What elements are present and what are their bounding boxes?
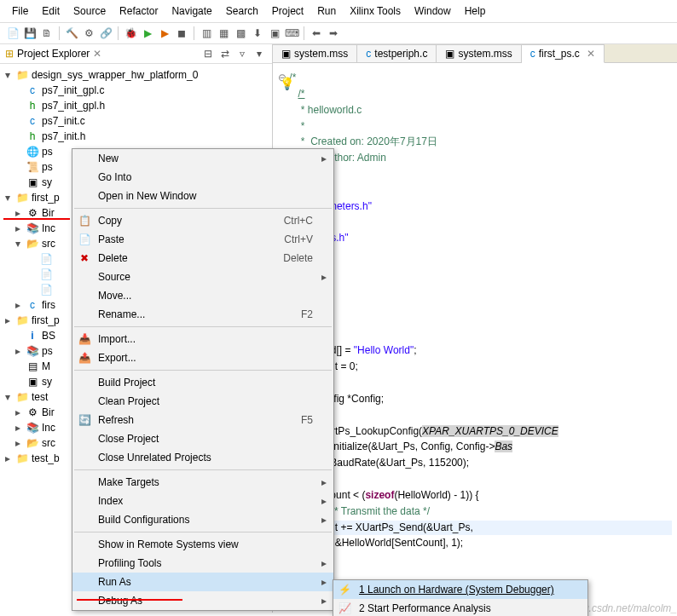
new-icon[interactable]: 📄 xyxy=(5,26,20,41)
menu-import-[interactable]: 📥Import... xyxy=(72,330,333,348)
stop-icon[interactable]: ◼ xyxy=(174,26,189,41)
menubar: File Edit Source Refactor Navigate Searc… xyxy=(0,0,677,23)
tree-item[interactable]: cps7_init_gpl.c xyxy=(0,83,272,98)
board-icon[interactable]: ▦ xyxy=(216,26,231,41)
back-icon[interactable]: ⬅ xyxy=(309,26,324,41)
context-menu[interactable]: New▸Go IntoOpen in New Window📋CopyCtrl+C… xyxy=(72,148,334,611)
menu-copy[interactable]: 📋CopyCtrl+C xyxy=(72,211,333,230)
menu-paste[interactable]: 📄PasteCtrl+V xyxy=(72,230,333,249)
menu-search[interactable]: Search xyxy=(221,3,263,19)
console-icon[interactable]: ▣ xyxy=(267,26,282,41)
forward-icon[interactable]: ➡ xyxy=(326,26,341,41)
chip-icon[interactable]: ▥ xyxy=(199,26,214,41)
menu-rename-[interactable]: Rename...F2 xyxy=(72,305,333,324)
menu-index[interactable]: Index▸ xyxy=(72,492,333,510)
toolbar: 📄 💾 🗎 🔨 ⚙ 🔗 🐞 ▶ ▶ ◼ ▥ ▦ ▩ ⬇ ▣ ⌨ ⬅ ➡ xyxy=(0,23,677,44)
tree-item[interactable]: hps7_init.h xyxy=(0,129,272,144)
menu-close-project[interactable]: Close Project xyxy=(72,429,333,448)
tree-item[interactable]: cps7_init.c xyxy=(0,113,272,129)
menu-new[interactable]: New▸ xyxy=(72,149,333,168)
terminal-icon[interactable]: ⌨ xyxy=(284,26,299,41)
file-icon: c xyxy=(366,48,371,60)
build-icon[interactable]: 🔨 xyxy=(64,26,79,41)
save-all-icon[interactable]: 🗎 xyxy=(39,26,55,41)
file-icon: c xyxy=(530,48,535,60)
run-as-submenu[interactable]: ⚡1 Launch on Hardware (System Debugger)📈… xyxy=(333,579,588,616)
menu-close-unrelated-projects[interactable]: Close Unrelated Projects xyxy=(72,448,333,467)
menu-refresh[interactable]: 🔄RefreshF5 xyxy=(72,411,333,429)
annotation-underline xyxy=(3,218,70,220)
tab-system-mss-2[interactable]: ▣system.mss xyxy=(437,44,521,62)
filter-icon[interactable]: ▿ xyxy=(234,47,250,60)
menu-delete[interactable]: ✖DeleteDelete xyxy=(72,249,333,268)
menu-edit[interactable]: Edit xyxy=(37,3,65,19)
tabbar: ▣system.mss ctestperiph.c ▣system.mss cf… xyxy=(273,44,677,63)
annotation-underline xyxy=(77,599,182,601)
explorer-icon: ⊞ xyxy=(5,48,14,60)
menu-show-in-remote-systems-view[interactable]: Show in Remote Systems view xyxy=(72,535,333,554)
menu-build-project[interactable]: Build Project xyxy=(72,373,333,392)
program-icon[interactable]: ⬇ xyxy=(250,26,265,41)
debug-icon[interactable]: 🐞 xyxy=(123,26,138,41)
menu-go-into[interactable]: Go Into xyxy=(72,168,333,187)
menu-move-[interactable]: Move... xyxy=(72,286,333,305)
close-icon[interactable]: ✕ xyxy=(93,48,101,60)
submenu-item[interactable]: 📈2 Start Performance Analysis xyxy=(333,599,587,616)
menu-navigate[interactable]: Navigate xyxy=(166,3,217,19)
menu-source[interactable]: Source▸ xyxy=(72,268,333,286)
menu-export-[interactable]: 📤Export... xyxy=(72,348,333,367)
tab-first-ps-c[interactable]: cfirst_ps.c✕ xyxy=(522,44,605,63)
menu-run[interactable]: Run xyxy=(312,3,341,19)
menu-help[interactable]: Help xyxy=(460,3,491,19)
submenu-item[interactable]: ⚡1 Launch on Hardware (System Debugger) xyxy=(333,580,587,599)
menu-source[interactable]: Source xyxy=(68,3,111,19)
run-icon[interactable]: ▶ xyxy=(140,26,155,41)
menu-xilinx-tools[interactable]: Xilinx Tools xyxy=(344,3,406,19)
link-editor-icon[interactable]: ⇄ xyxy=(217,47,233,60)
menu-make-targets[interactable]: Make Targets▸ xyxy=(72,473,333,492)
file-icon: ▣ xyxy=(281,48,291,60)
launch-icon[interactable]: ▶ xyxy=(157,26,172,41)
menu-project[interactable]: Project xyxy=(267,3,309,19)
link-icon[interactable]: 🔗 xyxy=(98,26,113,41)
menu-clean-project[interactable]: Clean Project xyxy=(72,392,333,411)
view-menu-icon[interactable]: ▾ xyxy=(252,47,267,60)
menu-run-as[interactable]: Run As▸ xyxy=(72,573,333,591)
tab-system-mss-1[interactable]: ▣system.mss xyxy=(273,44,357,62)
file-icon: ▣ xyxy=(445,48,454,60)
tree-item[interactable]: ▾📁design_sys_wrapper_hw_platform_0 xyxy=(0,67,272,83)
fpga-icon[interactable]: ▩ xyxy=(233,26,248,41)
menu-profiling-tools[interactable]: Profiling Tools▸ xyxy=(72,554,333,573)
tree-item[interactable]: hps7_init_gpl.h xyxy=(0,98,272,113)
menu-build-configurations[interactable]: Build Configurations▸ xyxy=(72,510,333,529)
collapse-all-icon[interactable]: ⊟ xyxy=(200,47,216,60)
save-icon[interactable]: 💾 xyxy=(22,26,38,41)
menu-window[interactable]: Window xyxy=(409,3,456,19)
menu-file[interactable]: File xyxy=(7,3,33,19)
explorer-title: Project Explorer xyxy=(17,48,90,60)
menu-refactor[interactable]: Refactor xyxy=(114,3,163,19)
close-icon[interactable]: ✕ xyxy=(587,48,595,60)
menu-open-in-new-window[interactable]: Open in New Window xyxy=(72,187,333,205)
tool-icon[interactable]: ⚙ xyxy=(81,26,96,41)
tab-testperiph-c[interactable]: ctestperiph.c xyxy=(357,44,437,62)
menu-debug-as[interactable]: Debug As▸ xyxy=(72,591,333,610)
lightbulb-icon[interactable]: 💡 xyxy=(280,77,294,90)
